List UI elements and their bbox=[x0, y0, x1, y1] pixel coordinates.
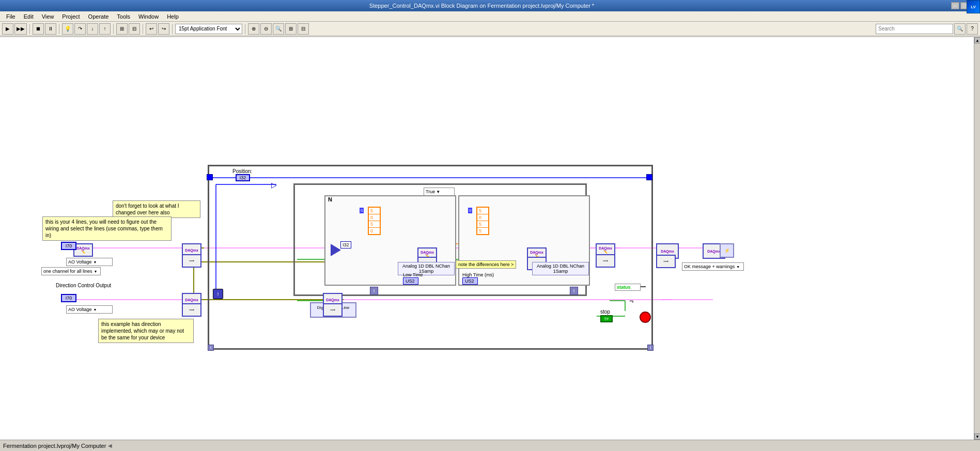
i-terminal-left: I bbox=[370, 287, 378, 295]
step-over-button[interactable]: ↷ bbox=[74, 23, 86, 35]
array-right-index: 0 bbox=[468, 208, 472, 213]
tunnel-top-right bbox=[646, 174, 652, 180]
toolbar: ▶ ▶▶ ⏹ ⏸ 💡 ↷ ↓ ↑ ⊞ ⊟ ↩ ↪ 15pt Applicatio… bbox=[0, 22, 980, 36]
diagram-content: Position: I32 I ▷ True ▼ N 0 5 0 5 0 bbox=[0, 37, 974, 440]
title-bar: Stepper_Control_DAQmx.vi Block Diagram o… bbox=[0, 0, 980, 11]
menu-edit[interactable]: Edit bbox=[20, 12, 38, 21]
toolbar-sep-6 bbox=[245, 24, 245, 34]
daqmx-dir-2: ⟹ bbox=[182, 303, 201, 317]
menu-project[interactable]: Project bbox=[58, 12, 84, 21]
loop-left-arrow: ▷ bbox=[271, 181, 277, 189]
pause-button[interactable]: ⏸ bbox=[45, 23, 56, 35]
triangle-func-1 bbox=[331, 244, 341, 256]
i-terminal-right: I bbox=[570, 287, 578, 295]
menu-help[interactable]: Help bbox=[163, 12, 183, 21]
direction-ctrl[interactable]: I70 bbox=[61, 294, 76, 302]
not-gate: ¬ bbox=[629, 297, 633, 305]
i32-value: I32 bbox=[340, 241, 351, 248]
menu-bar: File Edit View Project Operate Tools Win… bbox=[0, 11, 980, 22]
status-label: status bbox=[615, 284, 641, 291]
toolbar-sep-4 bbox=[143, 24, 143, 34]
annotation-1: don't forget to look at what I changed o… bbox=[113, 200, 200, 218]
n-label: N bbox=[328, 196, 332, 203]
us2-left[interactable]: US2 bbox=[403, 277, 418, 285]
analog-1d-dbl-label-right: Analog 1D DBL NChan 1Samp bbox=[532, 262, 589, 275]
scroll-up-arrow[interactable]: ▲ bbox=[974, 37, 980, 43]
tf-indicator[interactable]: TF bbox=[600, 315, 613, 322]
window-title: Stepper_Control_DAQmx.vi Block Diagram o… bbox=[12, 3, 951, 9]
help-button[interactable]: ? bbox=[967, 23, 978, 35]
step-into-button[interactable]: ↓ bbox=[87, 23, 98, 35]
search-button[interactable]: 🔍 bbox=[954, 23, 966, 35]
error-cluster: ⚡ bbox=[720, 243, 734, 258]
daqmx-after-loop-2: ⟹ bbox=[596, 254, 615, 268]
us2-right[interactable]: US2 bbox=[462, 277, 478, 285]
menu-operate[interactable]: Operate bbox=[84, 12, 113, 21]
toolbar-sep-5 bbox=[172, 24, 173, 34]
left-loop-bottom-indicator: I bbox=[208, 345, 214, 351]
menu-tools[interactable]: Tools bbox=[113, 12, 134, 21]
zoom-out-button[interactable]: ⊖ bbox=[260, 23, 272, 35]
array-right: 0 5 0 5 5 bbox=[476, 207, 489, 235]
menu-window[interactable]: Window bbox=[134, 12, 163, 21]
direction-control-label: Direction Control Output bbox=[56, 283, 111, 288]
true-label: True bbox=[426, 189, 435, 194]
one-channel-dropdown[interactable]: one channel for all lines bbox=[41, 267, 101, 275]
abort-button[interactable]: ⏹ bbox=[33, 23, 44, 35]
search-input[interactable] bbox=[876, 24, 953, 34]
pulse-output-ctrl[interactable]: I70 bbox=[61, 242, 76, 250]
toolbar-sep-1 bbox=[29, 24, 30, 34]
canvas-area: Position: I32 I ▷ True ▼ N 0 5 0 5 0 bbox=[0, 37, 974, 440]
ao-voltage-2[interactable]: AO Voltage bbox=[66, 305, 113, 314]
tunnel-top-left bbox=[207, 174, 213, 180]
clean-up-button[interactable]: ⊞ bbox=[116, 23, 128, 35]
redo-button[interactable]: ↪ bbox=[158, 23, 169, 35]
ao-voltage-1[interactable]: AO Voltage bbox=[66, 258, 113, 266]
menu-view[interactable]: View bbox=[38, 12, 58, 21]
annotation-2: this is your 4 lines, you will need to f… bbox=[42, 216, 172, 241]
zoom-in-button[interactable]: ⊕ bbox=[248, 23, 259, 35]
daqmx-dir-after-2: ⟹ bbox=[323, 303, 343, 317]
low-time-label: Low Time bbox=[403, 272, 423, 277]
daqmx-2b: ⟹ bbox=[182, 254, 201, 268]
run-continuously-button[interactable]: ▶▶ bbox=[14, 23, 27, 35]
highlight-button[interactable]: 💡 bbox=[62, 23, 73, 35]
step-out-button[interactable]: ↑ bbox=[99, 23, 111, 35]
daqmx-right-2: ⟹ bbox=[656, 255, 676, 268]
stop-button[interactable] bbox=[640, 312, 651, 323]
labview-logo: LV bbox=[967, 0, 980, 13]
toggle-grid-button[interactable]: ⊟ bbox=[129, 23, 140, 35]
undo-button[interactable]: ↩ bbox=[146, 23, 157, 35]
align-button[interactable]: ⊞ bbox=[285, 23, 297, 35]
note-differences-box: note the differences here > bbox=[456, 260, 516, 269]
annotation-3: this example has direction implemented, … bbox=[98, 319, 194, 343]
ok-message-dropdown[interactable]: OK message + warnings bbox=[682, 262, 744, 271]
menu-file[interactable]: File bbox=[2, 12, 20, 21]
status-arrow: ◀ bbox=[108, 443, 112, 448]
array-left-index: 0 bbox=[360, 208, 364, 213]
font-selector[interactable]: 15pt Application Font bbox=[175, 24, 242, 34]
right-loop-bottom-indicator: I bbox=[647, 345, 654, 351]
iteration-terminal: I bbox=[213, 289, 223, 299]
toolbar-sep-3 bbox=[113, 24, 114, 34]
toolbar-sep-2 bbox=[59, 24, 59, 34]
true-selector[interactable]: True ▼ bbox=[424, 188, 455, 196]
distribute-button[interactable]: ⊟ bbox=[298, 23, 309, 35]
status-text: Fermentation project.lvproj/My Computer bbox=[3, 443, 106, 449]
scroll-down-arrow[interactable]: ▼ bbox=[974, 433, 980, 440]
minimize-button[interactable]: ─ bbox=[951, 2, 959, 9]
stop-label: stop bbox=[600, 309, 610, 315]
vertical-scrollbar[interactable]: ▲ ▼ bbox=[974, 37, 980, 440]
zoom-option-button[interactable]: 🔍 bbox=[273, 23, 284, 35]
run-button[interactable]: ▶ bbox=[2, 23, 13, 35]
high-time-label: High Time (ms) bbox=[462, 272, 494, 277]
status-bar: Fermentation project.lvproj/My Computer … bbox=[0, 440, 980, 451]
array-left: 0 5 0 5 0 bbox=[368, 207, 381, 235]
